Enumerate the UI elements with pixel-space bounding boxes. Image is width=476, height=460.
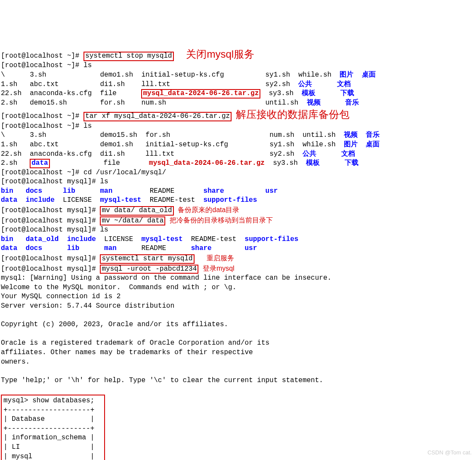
prompt: [root@localhost mysql]# <box>1 226 100 234</box>
ls-file: README-test <box>150 196 195 204</box>
ls-dir: 文档 <box>341 150 355 158</box>
mysql-line: Server version: 5.7.44 Source distributi… <box>1 302 174 310</box>
ls-dir: data_old <box>26 235 59 243</box>
ls-item: demo1.sh <box>100 71 133 79</box>
ls-item: file <box>100 90 116 97</box>
ls-dir: 公共 <box>298 80 312 88</box>
annotation-mv2: 把冷备份的目录移动到当前目录下 <box>170 216 273 224</box>
ls-dir: share <box>191 244 212 252</box>
db-sep: +--------------------+ <box>3 406 94 414</box>
ls-dir: include <box>67 235 96 243</box>
ls-dir: 模板 <box>302 90 315 97</box>
ls-item: sy1.sh <box>266 71 291 79</box>
ls-item: sy1.sh <box>269 141 294 148</box>
ls-dir: support-files <box>245 235 299 243</box>
show-databases-box: mysql> show databases; +----------------… <box>1 395 105 460</box>
cmd-ls: ls <box>100 178 108 185</box>
prompt: [root@localhost ~]# <box>1 122 83 130</box>
ls-item: \ <box>1 131 5 139</box>
ls-item: demo15.sh <box>30 99 67 107</box>
ls-item: di1.sh <box>100 150 125 158</box>
mysql-line: Copyright (c) 2000, 2023, Oracle and/or … <box>1 321 228 328</box>
ls-dir: share <box>204 187 224 195</box>
ls-item: sy3.sh <box>273 159 298 167</box>
ls-item: file <box>103 159 120 167</box>
db-row: | mysql | <box>3 453 94 460</box>
ls-dir: usr <box>245 244 257 252</box>
prompt: [root@localhost ~]# <box>1 52 83 60</box>
ls-dir: docs <box>26 187 42 195</box>
ls-dir: 桌面 <box>366 141 380 148</box>
ls-archive: mysql_data-2024-06-26.tar.gz <box>149 159 265 167</box>
ls-item: while.sh <box>303 141 336 148</box>
ls-item: while.sh <box>298 71 331 79</box>
ls-dir: lib <box>63 187 75 195</box>
ls-item: sy2.sh <box>269 150 294 158</box>
ls-item: num.sh <box>141 99 166 107</box>
annotation-start: 重启服务 <box>207 254 234 262</box>
db-header: | Database | <box>3 415 94 423</box>
prompt: [root@localhost mysql]# <box>1 217 100 225</box>
mysql-line: Welcome to the MySQL monitor. Commands e… <box>1 284 236 291</box>
ls-file: README-test <box>191 235 237 243</box>
ls-item: 22.sh <box>1 150 22 158</box>
ls-dir: data <box>1 196 17 204</box>
db-row: | LI | <box>3 443 94 451</box>
ls-item: until.sh <box>266 99 299 107</box>
prompt: [root@localhost mysql]# <box>1 255 100 262</box>
ls-dir: 模板 <box>306 159 320 167</box>
ls-item: sy2.sh <box>266 80 291 88</box>
db-sep: +--------------------+ <box>3 425 94 432</box>
ls-dir: 桌面 <box>362 71 376 79</box>
watermark: CSDN @Tom cat. <box>427 449 472 457</box>
ls-item: num.sh <box>269 131 294 139</box>
ls-item: demo15.sh <box>100 131 137 139</box>
prompt: [root@localhost ~]# <box>1 169 83 176</box>
mysql-line: mysql: [Warning] Using a password on the… <box>1 274 331 282</box>
ls-item: di1.sh <box>100 80 125 88</box>
ls-item: anaconda-ks.cfg <box>30 150 92 158</box>
ls-item: for.sh <box>100 99 125 107</box>
ls-dir: include <box>26 196 55 204</box>
ls-dir: 图片 <box>340 71 353 79</box>
prompt: [root@localhost ~]# <box>1 62 83 69</box>
ls-dir: 视频 <box>307 99 321 107</box>
ls-item: 3.sh <box>30 71 46 79</box>
ls-item: initial-setup-ks.cfg <box>145 141 228 148</box>
ls-item: 3.sh <box>30 131 46 139</box>
cmd-stop-mysqld: systemctl stop mysqld <box>83 52 174 61</box>
ls-dir: 音乐 <box>345 99 359 107</box>
ls-item: 22.sh <box>1 90 22 97</box>
ls-dir: bin <box>1 235 13 243</box>
ls-item: for.sh <box>145 131 170 139</box>
ls-dir: mysql-test <box>141 235 182 243</box>
prompt: [root@localhost mysql]# <box>1 265 100 273</box>
ls-dir: data <box>1 244 17 252</box>
cmd-mv1: mv data/ data_old <box>100 206 173 216</box>
ls-item: abc.txt <box>30 80 59 88</box>
ls-item: 1.sh <box>1 80 17 88</box>
ls-item: lll.txt <box>145 150 174 158</box>
ls-dir: 音乐 <box>366 131 380 139</box>
mysql-prompt[interactable]: mysql> <box>3 397 32 404</box>
cmd-show-databases: show databases; <box>32 397 94 404</box>
prompt: [root@localhost ~]# <box>1 112 83 120</box>
ls-item: 2.sh <box>1 159 17 167</box>
ls-item: lll.txt <box>141 80 170 88</box>
ls-archive: mysql_data-2024-06-26.tar.gz <box>141 89 260 99</box>
ls-item: anaconda-ks.cfg <box>30 90 92 97</box>
db-row: | information_schema | <box>3 434 94 441</box>
ls-dir: lib <box>67 244 80 252</box>
cmd-login: mysql -uroot -pabcd1234 <box>100 265 198 274</box>
ls-dir: man <box>100 187 112 195</box>
ls-item: \ <box>1 71 5 79</box>
ls-dir: 视频 <box>344 131 358 139</box>
mysql-line: affiliates. Other names may be trademark… <box>1 349 253 356</box>
ls-file: LICENSE <box>63 196 92 204</box>
mysql-line: Oracle is a registered trademark of Orac… <box>1 339 269 347</box>
ls-dir: mysql-test <box>100 196 141 204</box>
ls-file: README <box>141 244 166 252</box>
ls-item: 1.sh <box>1 141 17 148</box>
ls-dir: 文档 <box>337 80 351 88</box>
cmd-ls: ls <box>100 226 108 234</box>
